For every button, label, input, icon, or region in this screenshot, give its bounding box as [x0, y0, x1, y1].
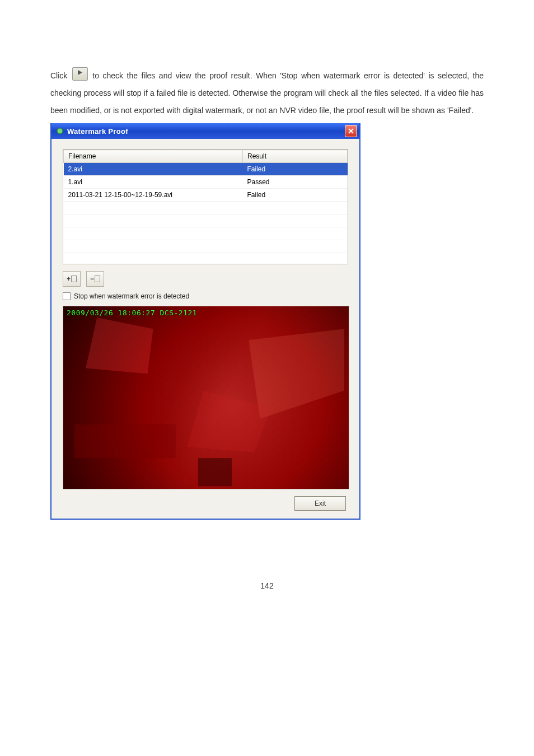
para-post: to check the files and view the proof re…: [50, 71, 484, 115]
close-button[interactable]: [345, 125, 357, 137]
col-filename[interactable]: Filename: [64, 150, 243, 163]
svg-marker-0: [78, 70, 83, 75]
cell-filename: 2011-03-21 12-15-00~12-19-59.avi: [64, 189, 243, 202]
table-row: [64, 240, 348, 253]
table-row[interactable]: 2011-03-21 12-15-00~12-19-59.avi Failed: [64, 189, 348, 202]
add-file-button[interactable]: +: [63, 271, 81, 287]
titlebar: Watermark Proof: [51, 123, 359, 139]
remove-file-button[interactable]: −: [86, 271, 104, 287]
table-row[interactable]: 2.avi Failed: [64, 163, 348, 176]
window-title: Watermark Proof: [67, 127, 341, 136]
cell-filename: 2.avi: [64, 163, 243, 176]
results-table: Filename Result 2.avi Failed 1.avi Passe…: [63, 149, 348, 264]
app-icon: [56, 127, 64, 135]
svg-rect-4: [74, 424, 176, 458]
cell-result: Failed: [243, 189, 348, 202]
cell-result: Passed: [243, 176, 348, 189]
page-number: 142: [50, 581, 484, 590]
table-row: [64, 202, 348, 214]
table-row[interactable]: 1.avi Passed: [64, 176, 348, 189]
para-pre: Click: [50, 71, 71, 80]
exit-button[interactable]: Exit: [294, 496, 346, 511]
svg-point-1: [57, 128, 63, 134]
play-icon: [72, 67, 88, 81]
table-row: [64, 253, 348, 265]
exit-label: Exit: [315, 500, 326, 507]
svg-marker-3: [249, 329, 344, 419]
watermark-proof-window: Watermark Proof Filename Result 2.av: [50, 123, 360, 520]
table-row: [64, 227, 348, 240]
preview-timestamp: 2009/03/26 18:06:27 DCS-2121: [67, 309, 197, 317]
table-row: [64, 214, 348, 227]
stop-on-error-checkbox[interactable]: [63, 292, 71, 300]
stop-on-error-label: Stop when watermark error is detected: [74, 292, 189, 300]
col-result[interactable]: Result: [243, 150, 348, 163]
cell-filename: 1.avi: [64, 176, 243, 189]
plus-icon: +: [67, 275, 71, 283]
svg-marker-2: [86, 318, 153, 374]
cell-result: Failed: [243, 163, 348, 176]
svg-rect-6: [198, 458, 232, 486]
minus-icon: −: [90, 275, 94, 283]
preview-pane: 2009/03/26 18:06:27 DCS-2121: [63, 306, 349, 489]
